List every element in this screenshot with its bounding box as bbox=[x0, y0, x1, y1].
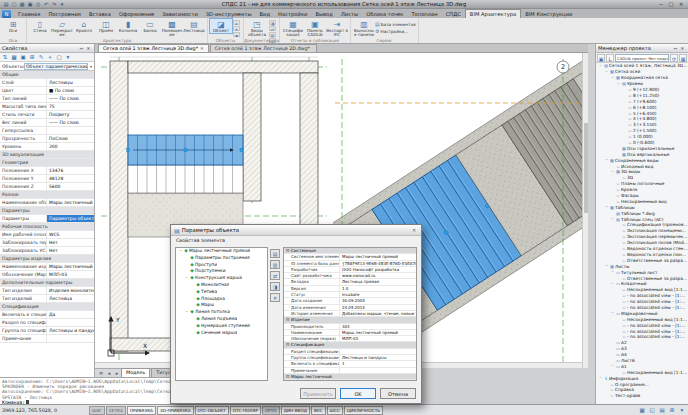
property-row[interactable]: Общие bbox=[0, 71, 94, 79]
print-icon[interactable]: ⎙ bbox=[34, 0, 42, 9]
dock-panels-button[interactable]: ▥Выносные панели bbox=[353, 19, 375, 38]
dialog-tree-item[interactable]: ◆ Площадка bbox=[176, 296, 267, 303]
dialog-tree-item[interactable]: ◆ Сечение марша bbox=[176, 330, 267, 337]
property-row[interactable]: Слой Лестницы bbox=[0, 79, 94, 87]
object-button[interactable]: ◪Объект bbox=[210, 19, 232, 33]
object-type-select[interactable]: Объект параметрический bbox=[24, 63, 88, 70]
dialog-tree-item[interactable]: ◆ Марш bbox=[176, 302, 267, 309]
cadlib-project-select[interactable]: CADLib проект: Нет подключения bbox=[615, 54, 669, 62]
specification-button[interactable]: ▦Спецификация bbox=[282, 19, 304, 38]
open-file-icon[interactable]: ▦ bbox=[18, 0, 26, 9]
ribbon-tab[interactable]: 3D-инструменты bbox=[202, 10, 256, 18]
property-row[interactable]: Геометрия bbox=[0, 159, 94, 167]
property-row[interactable]: 3D визуализация bbox=[0, 151, 94, 159]
dialog-tree-item[interactable]: − ◆ Конструкция марша bbox=[176, 275, 267, 282]
dock-panel-icon[interactable]: ⇔ bbox=[78, 46, 85, 51]
ribbon-tab[interactable]: BIM Архитектура bbox=[465, 9, 521, 18]
floor-slab-button[interactable]: ▱Перекрытие bbox=[51, 19, 73, 38]
close-panel-icon[interactable]: ✕ bbox=[679, 46, 686, 51]
app-menu-icon[interactable]: ▤ bbox=[2, 0, 10, 9]
wall-2d[interactable] bbox=[128, 61, 318, 73]
project-tree-item[interactable]: − ▦ Таблицы bbox=[596, 204, 688, 210]
dlg-list-view-icon[interactable]: ▤ bbox=[270, 249, 280, 258]
property-row[interactable]: Прозрачность ПоСлою bbox=[0, 135, 94, 143]
dialog-tree-item[interactable]: ◆ Проступи bbox=[176, 262, 267, 269]
canvas-vertical-scrollbar[interactable] bbox=[582, 53, 588, 368]
property-row[interactable]: Параметры изделия bbox=[0, 255, 94, 263]
ribbon-tab[interactable]: Главная bbox=[14, 10, 44, 18]
ribbon-tab[interactable]: Вставка bbox=[85, 10, 115, 18]
object-mini-icon-2[interactable]: ▾ bbox=[233, 26, 240, 31]
new-file-icon[interactable]: ▢ bbox=[10, 0, 18, 9]
doc-mini-icon-1[interactable]: ◨ bbox=[269, 20, 276, 25]
ribbon-tab[interactable]: Топоплан bbox=[407, 10, 441, 18]
project-tree-item[interactable]: − ▦ Сохраненные виды bbox=[596, 157, 688, 163]
tab-close-icon[interactable]: ✕ bbox=[200, 46, 204, 51]
dialog-tree-item[interactable]: ◆ Параметры построения bbox=[176, 255, 267, 262]
ribbon-tab[interactable]: СПДС bbox=[442, 10, 465, 18]
property-row[interactable]: Дополнительные параметры bbox=[0, 279, 94, 287]
property-row[interactable]: Наименование объекта Марш лестничный пря… bbox=[0, 199, 94, 207]
tab-prev-icon[interactable]: ◂ bbox=[105, 369, 113, 377]
object-mini-icon-3[interactable]: ▪ bbox=[233, 32, 240, 37]
project-tree-item[interactable]: − ▦ Листы bbox=[596, 263, 688, 269]
dialog-property-row[interactable]: Базовая точка 3 bbox=[284, 380, 416, 381]
categories-icon[interactable]: ▦ bbox=[10, 53, 18, 61]
property-row[interactable]: Заблокировать УС Нет bbox=[0, 247, 94, 255]
chevron-down-icon[interactable]: ▾ bbox=[88, 64, 94, 69]
workspace-icon[interactable]: ▦ bbox=[638, 407, 646, 413]
layout-tab[interactable]: Модель bbox=[121, 368, 150, 377]
more-tools-icon[interactable]: ▾ bbox=[64, 53, 72, 61]
dialog-tree-item[interactable]: ◆ Линия подъема bbox=[176, 316, 267, 323]
sort-icon[interactable]: ⇅ bbox=[1, 53, 9, 61]
dialog-tree-item[interactable]: ◆ Подступенки bbox=[176, 268, 267, 275]
close-panel-icon[interactable]: ✕ bbox=[85, 46, 92, 51]
stair-flight-2d[interactable] bbox=[128, 165, 243, 193]
property-row[interactable]: Параметры bbox=[0, 207, 94, 215]
status-toggle-button[interactable]: ОТС-ПОЛЯР bbox=[230, 406, 261, 415]
ribbon-tab[interactable]: Построения bbox=[44, 10, 85, 18]
status-toggle-button[interactable]: ШСС bbox=[327, 406, 343, 415]
project-settings-icon[interactable]: ▦ bbox=[679, 54, 687, 62]
project-tree-item[interactable]: ▫ Справка bbox=[596, 387, 688, 393]
document-tab[interactable]: Сетка осей 1 этаж Лестница 3D.dwg*✕ bbox=[98, 44, 209, 52]
room-button[interactable]: ▩Помещение bbox=[161, 19, 183, 38]
dialog-close-icon[interactable]: ✕ bbox=[410, 227, 418, 233]
group-collapse-icon[interactable] bbox=[286, 380, 291, 381]
status-toggle-button[interactable]: ОРТО bbox=[262, 406, 280, 415]
status-toggle-button[interactable]: ЦИКЛИЧНОСТЬ bbox=[344, 406, 383, 415]
dialog-tree-item[interactable]: − ◆ Марш лестничный прямой bbox=[176, 248, 267, 255]
ifc-export-button[interactable]: ⇥Экспорт в IFC bbox=[326, 19, 348, 38]
dialog-title-bar[interactable]: ▤ Параметры объекта ✕ bbox=[171, 225, 421, 236]
column-button[interactable]: ▮Колонна bbox=[117, 19, 139, 38]
status-toggle-button[interactable]: ПРИВЯЗКА bbox=[127, 406, 156, 415]
property-row[interactable]: Положение Y 48128 bbox=[0, 175, 94, 183]
ribbon-tab[interactable]: Листы bbox=[337, 10, 362, 18]
select-new-icon[interactable]: ▣ bbox=[19, 53, 27, 61]
property-row[interactable]: Группа по спецификации Лестницы и пандус… bbox=[0, 327, 94, 335]
roof-button[interactable]: ⌂Кровля bbox=[73, 19, 95, 38]
ribbon-tab[interactable]: Вывод bbox=[311, 10, 336, 18]
property-row[interactable]: Включать в спецификацию Да bbox=[0, 311, 94, 319]
property-row[interactable]: Тип изделий Лестница bbox=[0, 295, 94, 303]
object-mini-icon-1[interactable]: ▸ bbox=[233, 20, 240, 25]
status-toggle-button[interactable]: ВЕС bbox=[311, 406, 325, 415]
axes-button[interactable]: ⊞Оси bbox=[2, 19, 24, 33]
property-row[interactable]: Параметры Параметры объекта bbox=[0, 215, 94, 223]
app-button[interactable]: N bbox=[2, 10, 11, 18]
ribbon-tab[interactable]: BIM Конструкции bbox=[521, 10, 576, 18]
ribbon-tab[interactable]: Зависимости bbox=[158, 10, 202, 18]
status-toggle-button[interactable]: СЕТКА bbox=[106, 406, 126, 415]
wall-2d[interactable] bbox=[243, 73, 261, 201]
stair-button[interactable]: ▤Лестница bbox=[183, 19, 205, 38]
close-icon[interactable]: ✕ bbox=[676, 0, 686, 9]
refresh-icon[interactable]: ⟳ bbox=[670, 54, 678, 62]
opening-button[interactable]: ◫Проём bbox=[95, 19, 117, 38]
layers-status-icon[interactable]: ▤ bbox=[658, 407, 666, 413]
property-row[interactable]: Масштаб типа линий 75 bbox=[0, 103, 94, 111]
beam-button[interactable]: ▭Балка bbox=[139, 19, 161, 38]
edit-icon[interactable]: ✎ bbox=[37, 53, 45, 61]
quick-access-menu-icon[interactable]: ▾ bbox=[58, 0, 66, 9]
property-row[interactable]: Спецификация bbox=[0, 303, 94, 311]
cadlib-panel-button[interactable]: ▣Панель CADLib bbox=[304, 19, 326, 38]
